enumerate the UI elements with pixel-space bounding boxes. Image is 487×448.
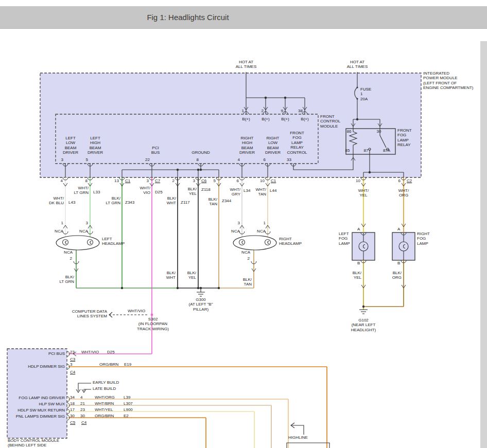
wire-fog-right-feed-name: WHT/ ORG [393, 188, 414, 198]
bcm-dimmer-id: E19 [124, 362, 137, 367]
right-head-gnd-label: BLK/ TAN [231, 277, 252, 287]
bcm-sig-fog: FOG LAMP IND DRIVER [8, 396, 65, 400]
relay-pin-87a: 87A [381, 148, 392, 153]
bcm-row3-wire: ORG/BRN [95, 414, 120, 418]
left-fog-pin-a: A [357, 227, 362, 231]
early-build-label: EARLY BUILD [93, 380, 124, 385]
wire-l33-name: WHT/ LT GRN [68, 186, 89, 195]
conn-c1b: C1 [271, 178, 281, 183]
bcm-sig-pci: PCI BUS [18, 351, 65, 356]
bcm-row1-wire: WHT/BRN [95, 401, 120, 406]
bcm-row2-early: 17 [70, 407, 78, 412]
g300-right-wire-label: BLK/ YEL [176, 271, 196, 280]
left-head-gnd-label: BLK/ LT GRN [54, 275, 74, 284]
bplus-label-2: B(+) [258, 117, 273, 121]
conn-p13: 13 [108, 178, 119, 183]
conn-c1: C1 [125, 178, 135, 183]
highline-label: HIGHLINE [288, 435, 319, 440]
wire-fog-left-feed-name: WHT/ YEL [353, 188, 374, 198]
left-fog-pin-b: B [357, 261, 362, 265]
bcm-row1-id: L307 [124, 401, 139, 406]
wiring-diagram-page: Fig 1: Headlights Circuit [0, 0, 487, 448]
bcm-sig-muxret: HDLP SW MUX RETURN [8, 408, 65, 413]
wire-l44-id: L44 [270, 188, 283, 193]
conn-p8: 8 [77, 178, 88, 183]
bcm-dimmer-pin: 3 [70, 362, 78, 367]
late-build-label: LATE BUILD [93, 386, 124, 391]
relay-caption: FRONT FOG LAMP RELAY [397, 128, 422, 148]
bcm-conn-c4: C4 [81, 420, 90, 425]
hot-left-label: HOT AT ALL TIMES [231, 60, 262, 69]
right-fog-gnd-label: BLK/ ORG [381, 271, 402, 280]
bcm-box [7, 349, 67, 438]
bcm-row0-wire: WHT/ORG [95, 395, 120, 400]
computer-data-label: COMPUTER DATA LINES SYSTEM [60, 309, 107, 319]
bcm-row0-early: 34 [70, 395, 78, 400]
bcm-row2-late: 23 [80, 407, 89, 412]
driver-right-low-label: RIGHT LOW BEAM DRIVER [260, 136, 286, 155]
fcm-pin-22: 22 [140, 157, 150, 162]
bplus-pin-38: 38 [293, 109, 303, 113]
fcm-pin-8: 8 [190, 157, 199, 162]
bcm-pci-id: D25 [107, 350, 120, 354]
driver-left-low-label: LEFT LOW BEAM DRIVER [58, 136, 83, 155]
fuse-label: FUSE 1 20A [360, 87, 379, 101]
g300-left-wire-label: BLK/ WHT [155, 271, 176, 280]
wire-d25-name: WHT/ VIO [130, 186, 150, 195]
right-head-nca-gnd: NCA [236, 250, 250, 255]
fcm-caption: FRONT CONTROL MODULE [320, 114, 351, 129]
bcm-dimmer-wire: ORG/BRN [99, 362, 122, 367]
bcm-row3-early: 30 [70, 414, 78, 418]
ground-symbols [197, 288, 368, 314]
hot-right-label: HOT AT ALL TIMES [342, 60, 373, 69]
g300-label: G300 (AT LEFT "B" PILLAR) [180, 297, 221, 312]
s302-splice-dot [151, 314, 153, 316]
right-head-nca-b: NCA [252, 229, 266, 234]
wire-z117-name: BLK/ WHT [155, 196, 176, 206]
conn-p6a: 6 [228, 178, 239, 183]
bcm-sig-pnl: PNL LAMPS DIMMER SIG [7, 414, 65, 419]
left-head-nca-gnd: NCA [59, 250, 73, 255]
wire-d25-id: D25 [155, 190, 169, 194]
right-head-pin-gnd: 2 [243, 256, 250, 261]
g102-label: G102 (NEAR LEFT HEADLIGHT) [343, 318, 384, 332]
ipm-caption: INTEGRATED POWER MODULE (LEFT FRONT OF E… [423, 71, 481, 91]
module-boxes [7, 73, 421, 438]
right-headlamp-caption: RIGHT HEADLAMP [279, 237, 315, 246]
wire-l43-id: L43 [68, 200, 83, 205]
bcm-row1-early: 18 [70, 401, 78, 406]
wire-z344-name: BLK/ TAN [197, 197, 217, 207]
bcm-sig-dimmer: HDLP DIMMER SIG [12, 364, 65, 369]
conn-p6b: 6 [389, 178, 401, 183]
bcm-row3-late: 30 [80, 414, 89, 418]
fcm-pin-5: 5 [80, 157, 88, 162]
left-headlamp-caption: LEFT HEADLAMP [102, 237, 138, 246]
bcm-pci-conn: C3 [70, 357, 78, 362]
conn-p5: 5 [205, 178, 216, 183]
bplus-pin-2: 2 [256, 109, 264, 113]
right-head-pin-a: 3 [233, 221, 240, 225]
wire-l43-name: WHT/ DK BLU [43, 196, 64, 206]
s302-label: S302 (IN FLOORPAN TRACK WIRING) [130, 317, 176, 331]
fcm-pin-4: 4 [232, 157, 240, 162]
right-fog-caption: RIGHT FOG LAMP [417, 231, 433, 246]
conn-p10b: 10 [349, 178, 360, 183]
driver-right-high-label: RIGHT HIGH BEAM DRIVER [234, 136, 260, 155]
wire-z118-name: BLK/ YEL [176, 187, 197, 196]
driver-ground-label: GROUND [185, 150, 216, 155]
wire-l44-name: WHT/ TAN [252, 187, 266, 197]
conn-p3b: 3 [184, 178, 195, 183]
bplus-label-1: B(+) [239, 117, 253, 121]
bplus-label-4: B(+) [298, 117, 312, 121]
relay-pin-87: 87 [362, 148, 370, 153]
left-head-pin-a: 1 [57, 221, 63, 225]
bcm-dimmer-conn: C4 [70, 370, 78, 374]
wire-z117-id: Z117 [181, 200, 196, 205]
bcm-pci-pin: 23 [70, 350, 78, 354]
highline-box [287, 443, 329, 448]
relay-pin-30: 30 [375, 129, 382, 134]
conn-c2: C2 [407, 178, 417, 183]
conn-p10a: 10 [253, 178, 265, 183]
bcm-conn-c5: C5 [70, 420, 78, 425]
right-fog-pin-a: A [397, 227, 402, 231]
